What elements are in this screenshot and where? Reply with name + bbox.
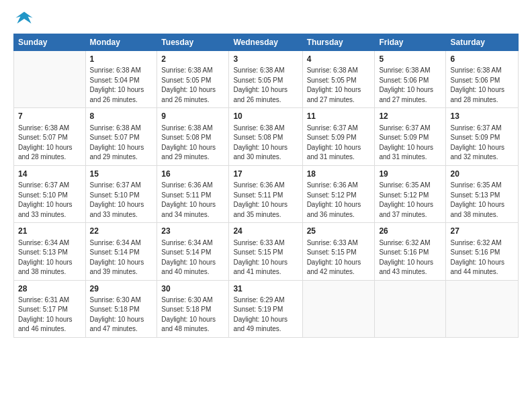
day-info: Sunrise: 6:34 AMSunset: 5:13 PMDaylight:… [18,238,81,277]
calendar-cell: 25Sunrise: 6:33 AMSunset: 5:15 PMDayligh… [302,223,375,280]
day-info: Sunrise: 6:35 AMSunset: 5:13 PMDaylight:… [450,181,514,220]
day-info: Sunrise: 6:38 AMSunset: 5:06 PMDaylight:… [379,66,441,105]
calendar-cell [375,280,446,337]
calendar-cell [446,280,519,337]
day-info: Sunrise: 6:34 AMSunset: 5:14 PMDaylight:… [90,238,153,277]
day-info: Sunrise: 6:37 AMSunset: 5:09 PMDaylight:… [379,124,441,163]
day-number: 16 [161,169,224,180]
day-number: 4 [307,54,371,65]
calendar-cell: 26Sunrise: 6:32 AMSunset: 5:16 PMDayligh… [375,223,446,280]
calendar-cell: 24Sunrise: 6:33 AMSunset: 5:15 PMDayligh… [229,223,302,280]
day-number: 15 [90,169,153,180]
day-number: 3 [233,54,298,65]
day-number: 28 [18,283,81,295]
logo-bird-icon [15,9,34,28]
calendar-cell: 6Sunrise: 6:38 AMSunset: 5:06 PMDaylight… [446,51,519,108]
calendar-cell [14,51,86,108]
calendar-cell: 14Sunrise: 6:37 AMSunset: 5:10 PMDayligh… [14,165,86,222]
day-info: Sunrise: 6:38 AMSunset: 5:05 PMDaylight:… [307,66,371,105]
day-number: 6 [450,54,514,65]
calendar-cell: 22Sunrise: 6:34 AMSunset: 5:14 PMDayligh… [85,223,157,280]
calendar-cell: 31Sunrise: 6:29 AMSunset: 5:19 PMDayligh… [229,280,302,337]
calendar-page: SundayMondayTuesdayWednesdayThursdayFrid… [0,0,532,411]
calendar-cell: 1Sunrise: 6:38 AMSunset: 5:04 PMDaylight… [85,51,157,108]
calendar-cell: 10Sunrise: 6:38 AMSunset: 5:08 PMDayligh… [229,108,302,165]
day-number: 8 [90,111,153,122]
day-info: Sunrise: 6:29 AMSunset: 5:19 PMDaylight:… [233,295,298,334]
day-info: Sunrise: 6:32 AMSunset: 5:16 PMDaylight:… [379,238,441,277]
day-number: 27 [450,226,514,237]
day-number: 21 [18,226,81,237]
calendar-cell: 3Sunrise: 6:38 AMSunset: 5:05 PMDaylight… [229,51,302,108]
calendar-cell: 12Sunrise: 6:37 AMSunset: 5:09 PMDayligh… [375,108,446,165]
day-info: Sunrise: 6:33 AMSunset: 5:15 PMDaylight:… [233,238,298,277]
calendar-cell: 23Sunrise: 6:34 AMSunset: 5:14 PMDayligh… [157,223,229,280]
day-info: Sunrise: 6:33 AMSunset: 5:15 PMDaylight:… [307,238,371,277]
day-info: Sunrise: 6:36 AMSunset: 5:12 PMDaylight:… [307,181,371,220]
day-info: Sunrise: 6:30 AMSunset: 5:18 PMDaylight:… [161,295,224,334]
day-number: 1 [90,54,153,65]
day-number: 30 [161,283,224,295]
day-info: Sunrise: 6:38 AMSunset: 5:05 PMDaylight:… [233,66,298,105]
day-info: Sunrise: 6:38 AMSunset: 5:04 PMDaylight:… [90,66,153,105]
calendar-cell: 5Sunrise: 6:38 AMSunset: 5:06 PMDaylight… [375,51,446,108]
calendar-cell: 7Sunrise: 6:38 AMSunset: 5:07 PMDaylight… [14,108,86,165]
day-info: Sunrise: 6:37 AMSunset: 5:10 PMDaylight:… [18,181,81,220]
day-number: 10 [233,111,298,122]
day-info: Sunrise: 6:38 AMSunset: 5:06 PMDaylight:… [450,66,514,105]
weekday-header: Tuesday [157,34,229,51]
day-number: 5 [379,54,441,65]
day-number: 31 [233,283,298,295]
calendar-week-row: 7Sunrise: 6:38 AMSunset: 5:07 PMDaylight… [14,108,519,165]
calendar-cell [302,280,375,337]
day-number: 22 [90,226,153,237]
svg-marker-0 [15,12,32,24]
calendar-week-row: 21Sunrise: 6:34 AMSunset: 5:13 PMDayligh… [14,223,519,280]
weekday-header: Monday [85,34,157,51]
calendar-cell: 20Sunrise: 6:35 AMSunset: 5:13 PMDayligh… [446,165,519,222]
day-number: 29 [90,283,153,295]
calendar-cell: 29Sunrise: 6:30 AMSunset: 5:18 PMDayligh… [85,280,157,337]
day-number: 20 [450,169,514,180]
day-info: Sunrise: 6:32 AMSunset: 5:16 PMDaylight:… [450,238,514,277]
calendar-week-row: 14Sunrise: 6:37 AMSunset: 5:10 PMDayligh… [14,165,519,222]
day-number: 24 [233,226,298,237]
day-info: Sunrise: 6:37 AMSunset: 5:09 PMDaylight:… [450,124,514,163]
day-info: Sunrise: 6:36 AMSunset: 5:11 PMDaylight:… [233,181,298,220]
day-number: 19 [379,169,441,180]
day-number: 2 [161,54,224,65]
calendar-cell: 30Sunrise: 6:30 AMSunset: 5:18 PMDayligh… [157,280,229,337]
day-info: Sunrise: 6:38 AMSunset: 5:08 PMDaylight:… [161,124,224,163]
calendar-cell: 4Sunrise: 6:38 AMSunset: 5:05 PMDaylight… [302,51,375,108]
calendar-cell: 27Sunrise: 6:32 AMSunset: 5:16 PMDayligh… [446,223,519,280]
day-info: Sunrise: 6:38 AMSunset: 5:07 PMDaylight:… [18,124,81,163]
day-number: 7 [18,111,81,122]
day-info: Sunrise: 6:36 AMSunset: 5:11 PMDaylight:… [161,181,224,220]
calendar-week-row: 1Sunrise: 6:38 AMSunset: 5:04 PMDaylight… [14,51,519,108]
day-info: Sunrise: 6:38 AMSunset: 5:08 PMDaylight:… [233,124,298,163]
day-number: 14 [18,169,81,180]
calendar-cell: 28Sunrise: 6:31 AMSunset: 5:17 PMDayligh… [14,280,86,337]
calendar-cell: 19Sunrise: 6:35 AMSunset: 5:12 PMDayligh… [375,165,446,222]
weekday-header: Wednesday [229,34,302,51]
calendar-table: SundayMondayTuesdayWednesdayThursdayFrid… [13,34,519,338]
calendar-cell: 2Sunrise: 6:38 AMSunset: 5:05 PMDaylight… [157,51,229,108]
calendar-cell: 8Sunrise: 6:38 AMSunset: 5:07 PMDaylight… [85,108,157,165]
day-number: 17 [233,169,298,180]
day-number: 18 [307,169,371,180]
day-info: Sunrise: 6:35 AMSunset: 5:12 PMDaylight:… [379,181,441,220]
day-number: 23 [161,226,224,237]
weekday-header: Thursday [302,34,375,51]
day-info: Sunrise: 6:34 AMSunset: 5:14 PMDaylight:… [161,238,224,277]
day-number: 13 [450,111,514,122]
day-number: 12 [379,111,441,122]
calendar-cell: 21Sunrise: 6:34 AMSunset: 5:13 PMDayligh… [14,223,86,280]
header [13,7,519,31]
day-info: Sunrise: 6:31 AMSunset: 5:17 PMDaylight:… [18,295,81,334]
calendar-cell: 13Sunrise: 6:37 AMSunset: 5:09 PMDayligh… [446,108,519,165]
logo [13,9,36,31]
day-info: Sunrise: 6:37 AMSunset: 5:09 PMDaylight:… [307,124,371,163]
calendar-cell: 11Sunrise: 6:37 AMSunset: 5:09 PMDayligh… [302,108,375,165]
day-info: Sunrise: 6:37 AMSunset: 5:10 PMDaylight:… [90,181,153,220]
day-number: 11 [307,111,371,122]
